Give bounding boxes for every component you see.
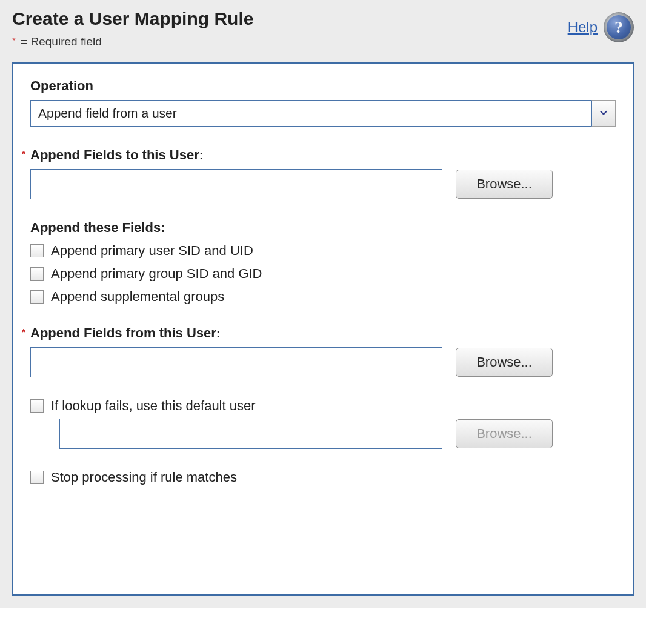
title-block: Create a User Mapping Rule * = Required … (12, 8, 253, 48)
operation-select[interactable] (30, 100, 616, 127)
panel-wrapper: Operation Append Fields to this User: Br… (0, 62, 646, 608)
default-user-input[interactable] (59, 419, 442, 449)
checkbox-primary-group-sid-gid[interactable] (30, 267, 44, 281)
operation-select-value[interactable] (30, 100, 591, 127)
append-to-user-input[interactable] (30, 169, 442, 199)
append-these-fields-label: Append these Fields: (30, 220, 616, 236)
checkbox-label: Stop processing if rule matches (51, 470, 237, 485)
required-asterisk: * (12, 35, 16, 45)
page-title: Create a User Mapping Rule (12, 8, 253, 29)
question-mark-icon: ? (614, 18, 623, 37)
operation-label: Operation (30, 78, 616, 94)
checkbox-label: Append primary user SID and UID (51, 243, 253, 259)
checkbox-row-primary-user: Append primary user SID and UID (30, 243, 616, 259)
header: Create a User Mapping Rule * = Required … (0, 0, 646, 62)
append-to-user-browse-button[interactable]: Browse... (456, 170, 553, 199)
checkbox-label: If lookup fails, use this default user (51, 398, 256, 414)
form-panel: Operation Append Fields to this User: Br… (12, 62, 634, 596)
help-icon[interactable]: ? (604, 12, 634, 42)
checkbox-row-supplemental-groups: Append supplemental groups (30, 289, 616, 305)
checkbox-supplemental-groups[interactable] (30, 290, 44, 304)
checkbox-label: Append supplemental groups (51, 289, 224, 305)
checkbox-row-stop-processing: Stop processing if rule matches (30, 470, 616, 485)
append-from-user-label: Append Fields from this User: (30, 325, 616, 341)
operation-select-dropdown-button[interactable] (591, 100, 616, 127)
checkbox-row-default-user: If lookup fails, use this default user (30, 398, 616, 414)
checkbox-primary-user-sid-uid[interactable] (30, 244, 44, 257)
append-to-user-label: Append Fields to this User: (30, 147, 616, 163)
checkbox-label: Append primary group SID and GID (51, 266, 262, 282)
checkbox-row-primary-group: Append primary group SID and GID (30, 266, 616, 282)
required-text: = Required field (18, 35, 102, 48)
chevron-down-icon (599, 108, 608, 118)
default-user-browse-button: Browse... (456, 419, 553, 448)
append-from-user-browse-button[interactable]: Browse... (456, 348, 553, 377)
required-note: * = Required field (12, 35, 253, 48)
checkbox-default-user[interactable] (30, 399, 44, 413)
help-link[interactable]: Help (568, 19, 598, 36)
help-area: Help ? (568, 8, 634, 42)
checkbox-stop-processing[interactable] (30, 471, 44, 484)
append-from-user-input[interactable] (30, 347, 442, 377)
